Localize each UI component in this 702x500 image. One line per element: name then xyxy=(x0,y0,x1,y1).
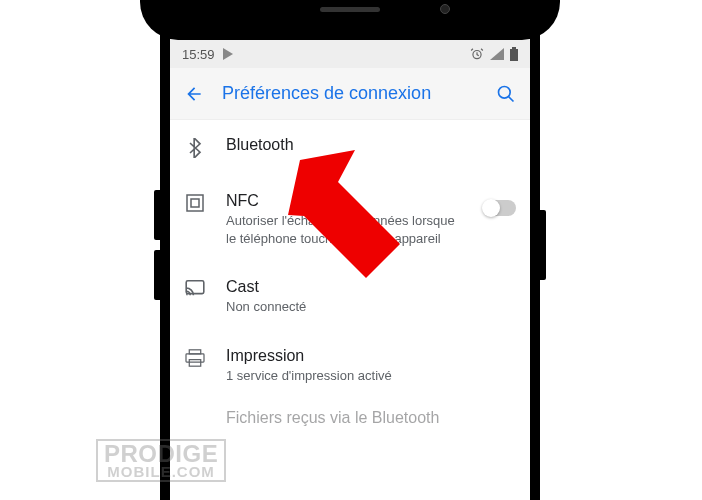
power-button xyxy=(540,210,546,280)
svg-rect-7 xyxy=(189,349,200,353)
svg-rect-2 xyxy=(510,49,518,61)
phone-screen: 15:59 Préférences de connexion xyxy=(160,0,540,500)
page-title: Préférences de connexion xyxy=(222,83,478,104)
search-icon[interactable] xyxy=(496,84,516,104)
status-time: 15:59 xyxy=(182,47,215,62)
setting-bluetooth-title: Bluetooth xyxy=(226,136,516,154)
setting-cast-subtitle: Non connecté xyxy=(226,298,516,316)
setting-nfc-title: NFC xyxy=(226,192,464,210)
setting-print-subtitle: 1 service d'impression activé xyxy=(226,367,516,385)
svg-rect-4 xyxy=(187,195,203,211)
status-bar: 15:59 xyxy=(170,40,530,68)
alarm-icon xyxy=(470,47,484,61)
bluetooth-icon xyxy=(184,138,206,158)
app-header: Préférences de connexion xyxy=(170,68,530,120)
setting-cast-title: Cast xyxy=(226,278,516,296)
watermark-line1: PRODIGE xyxy=(104,443,218,465)
play-store-icon xyxy=(223,48,234,60)
watermark: PRODIGE MOBILE.COM xyxy=(96,439,226,482)
setting-print-title: Impression xyxy=(226,347,516,365)
setting-print[interactable]: Impression 1 service d'impression activé xyxy=(170,331,530,399)
nfc-toggle[interactable] xyxy=(484,200,516,216)
nfc-icon xyxy=(184,194,206,212)
setting-received-title: Fichiers reçus via le Bluetooth xyxy=(226,409,516,427)
signal-icon xyxy=(490,48,504,60)
setting-nfc[interactable]: NFC Autoriser l'échange de données lorsq… xyxy=(170,176,530,262)
svg-rect-5 xyxy=(191,199,199,207)
speaker-grille xyxy=(320,7,380,12)
cast-icon xyxy=(184,280,206,296)
settings-list: Bluetooth NFC Autoriser l'échange de don… xyxy=(170,120,530,455)
battery-icon xyxy=(510,47,518,61)
front-camera xyxy=(440,4,450,14)
setting-cast[interactable]: Cast Non connecté xyxy=(170,262,530,330)
setting-nfc-subtitle: Autoriser l'échange de données lorsque l… xyxy=(226,212,464,248)
watermark-line2: MOBILE.COM xyxy=(104,465,218,479)
svg-rect-9 xyxy=(189,359,200,366)
svg-rect-1 xyxy=(512,47,516,49)
phone-notch xyxy=(140,0,560,40)
svg-point-3 xyxy=(499,86,511,98)
setting-bluetooth[interactable]: Bluetooth xyxy=(170,120,530,176)
print-icon xyxy=(184,349,206,367)
back-arrow-icon[interactable] xyxy=(184,84,204,104)
